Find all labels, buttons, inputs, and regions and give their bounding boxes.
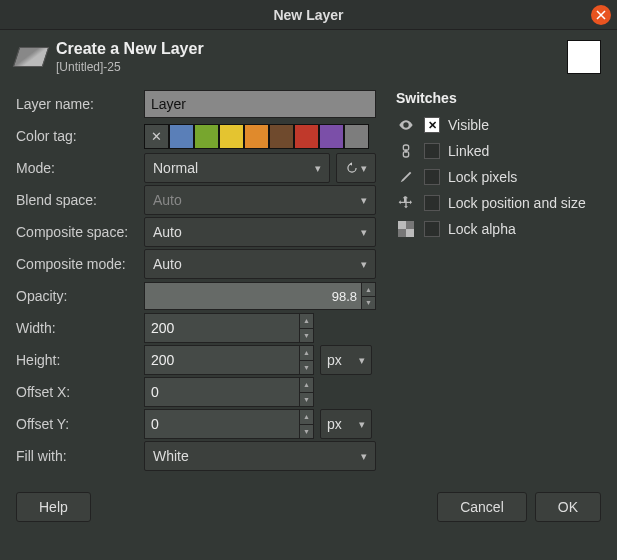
lock-pixels-checkbox[interactable] [424,169,440,185]
chevron-down-icon: ▾ [361,226,367,239]
height-value: 200 [145,352,299,368]
offset-y-input[interactable]: 0 ▲▼ [144,409,314,439]
mode-label: Mode: [16,160,144,176]
mode-value: Normal [153,160,198,176]
fill-with-select[interactable]: White ▾ [144,441,376,471]
lock-alpha-label: Lock alpha [448,221,516,237]
wh-unit-value: px [327,352,342,368]
height-down[interactable]: ▼ [299,361,313,375]
window-title: New Layer [0,7,617,23]
color-tag-swatches [144,124,376,149]
color-tag-label: Color tag: [16,128,144,144]
blend-space-label: Blend space: [16,192,144,208]
svg-rect-5 [406,229,414,237]
offset-x-label: Offset X: [16,384,144,400]
dialog-subtitle: [Untitled]-25 [56,60,567,74]
color-tag-orange[interactable] [244,124,269,149]
width-label: Width: [16,320,144,336]
width-up[interactable]: ▲ [299,314,313,329]
brush-icon [396,169,416,185]
ok-button[interactable]: OK [535,492,601,522]
svg-rect-2 [405,149,406,153]
opacity-label: Opacity: [16,288,144,304]
chevron-down-icon: ▾ [315,162,321,175]
color-tag-brown[interactable] [269,124,294,149]
composite-mode-label: Composite mode: [16,256,144,272]
move-icon [396,195,416,211]
preview-swatch [567,40,601,74]
layer-name-input[interactable] [144,90,376,118]
blend-space-select[interactable]: Auto ▾ [144,185,376,215]
chevron-down-icon: ▾ [361,450,367,463]
height-input[interactable]: 200 ▲▼ [144,345,314,375]
composite-space-select[interactable]: Auto ▾ [144,217,376,247]
xy-unit-select[interactable]: px ▾ [320,409,372,439]
lock-position-label: Lock position and size [448,195,586,211]
color-tag-gray[interactable] [344,124,369,149]
color-tag-yellow[interactable] [219,124,244,149]
opacity-down[interactable]: ▼ [361,297,375,310]
lock-alpha-checkbox[interactable] [424,221,440,237]
lock-pixels-label: Lock pixels [448,169,517,185]
layer-name-label: Layer name: [16,96,144,112]
linked-checkbox[interactable] [424,143,440,159]
svg-rect-4 [398,221,406,229]
fill-with-value: White [153,448,189,464]
color-tag-violet[interactable] [319,124,344,149]
link-icon [396,143,416,159]
dialog-title: Create a New Layer [56,40,567,58]
chevron-down-icon: ▾ [361,194,367,207]
mode-select[interactable]: Normal ▾ [144,153,330,183]
chevron-down-icon: ▾ [361,258,367,271]
wh-unit-select[interactable]: px ▾ [320,345,372,375]
eye-icon [396,117,416,133]
cancel-button[interactable]: Cancel [437,492,527,522]
chevron-down-icon: ▾ [359,354,365,367]
layer-icon [13,47,49,67]
height-label: Height: [16,352,144,368]
switches-title: Switches [396,90,601,106]
color-tag-blue[interactable] [169,124,194,149]
composite-space-label: Composite space: [16,224,144,240]
offset-x-input[interactable]: 0 ▲▼ [144,377,314,407]
fill-with-label: Fill with: [16,448,144,464]
linked-label: Linked [448,143,489,159]
color-tag-none[interactable] [144,124,169,149]
visible-checkbox[interactable] [424,117,440,133]
offset-y-value: 0 [145,416,299,432]
opacity-slider[interactable]: 98.8 ▲ ▼ [144,282,376,310]
composite-mode-select[interactable]: Auto ▾ [144,249,376,279]
visible-label: Visible [448,117,489,133]
chevron-down-icon: ▾ [361,162,367,175]
checker-icon [396,221,416,237]
lock-position-checkbox[interactable] [424,195,440,211]
offset-y-up[interactable]: ▲ [299,410,313,425]
color-tag-green[interactable] [194,124,219,149]
color-tag-red[interactable] [294,124,319,149]
xy-unit-value: px [327,416,342,432]
width-input[interactable]: 200 ▲▼ [144,313,314,343]
opacity-value: 98.8 [332,289,357,304]
composite-space-value: Auto [153,224,182,240]
width-value: 200 [145,320,299,336]
composite-mode-value: Auto [153,256,182,272]
chevron-down-icon: ▾ [359,418,365,431]
offset-y-label: Offset Y: [16,416,144,432]
close-button[interactable] [591,5,611,25]
offset-x-up[interactable]: ▲ [299,378,313,393]
height-up[interactable]: ▲ [299,346,313,361]
help-button[interactable]: Help [16,492,91,522]
mode-reset-button[interactable]: ▾ [336,153,376,183]
opacity-up[interactable]: ▲ [361,283,375,297]
offset-x-value: 0 [145,384,299,400]
offset-y-down[interactable]: ▼ [299,425,313,439]
width-down[interactable]: ▼ [299,329,313,343]
blend-space-value: Auto [153,192,182,208]
offset-x-down[interactable]: ▼ [299,393,313,407]
